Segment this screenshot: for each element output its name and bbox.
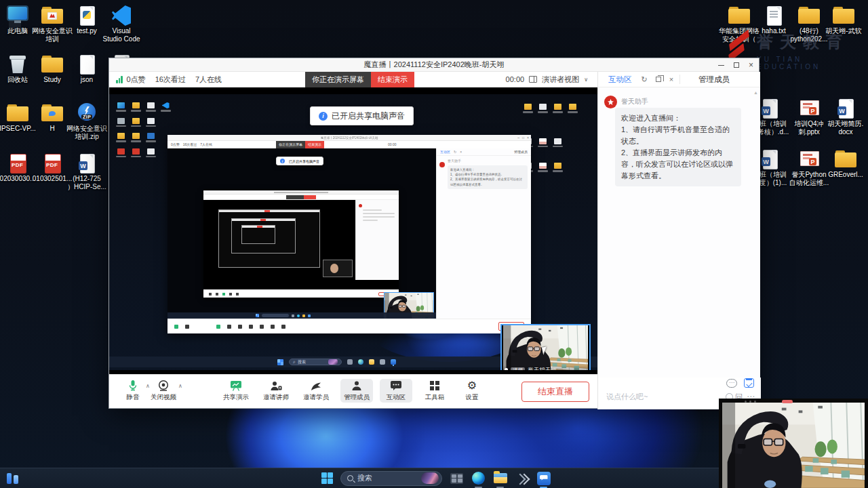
nested-window-level2	[203, 190, 399, 298]
invite-student-button[interactable]: 邀请学员	[300, 380, 332, 402]
presenting-status-chip: 你正在演示屏幕	[305, 72, 371, 87]
chat-bubble-icon[interactable]: ⋯	[726, 379, 737, 388]
desktop-icon-resume-docx[interactable]: W胡天翊简历. docx	[825, 98, 867, 136]
start-button[interactable]	[321, 472, 333, 484]
message-line: 2、直播界面显示讲师发布的内容，听众发言可以在讨论区或以弹幕形式查看。	[621, 147, 735, 182]
role-badge: 讲师	[511, 367, 525, 370]
ppt-badge: P	[809, 107, 816, 115]
members-icon	[351, 380, 363, 392]
taskbar-file-explorer[interactable]	[493, 471, 507, 485]
folder-icon	[5, 103, 30, 123]
ppt-badge: P	[809, 158, 816, 165]
gear-icon: ⚙	[467, 380, 477, 392]
layout-icon	[529, 76, 537, 83]
nested-tab-interact: 互动区	[440, 150, 450, 154]
desktop-icon-gre-folder[interactable]: GREoverl...	[825, 149, 867, 179]
end-present-button[interactable]: 结束演示	[371, 72, 414, 87]
chevron-down-icon[interactable]: ∨	[584, 77, 588, 83]
window-titlebar[interactable]: 魔直播丨20241112安全IP2402晚班-胡天翊 ×	[109, 58, 759, 72]
lecturer-cam-label: 讲师 誉天胡天翊	[502, 365, 589, 370]
python-glyph	[83, 11, 91, 19]
nested-taskbar	[167, 312, 436, 319]
this-pc-icon	[5, 5, 30, 26]
taskbar-app-window[interactable]	[450, 471, 464, 485]
camera-off-button[interactable]: 关闭视频	[147, 380, 180, 402]
scroll-up-icon[interactable]: ▲	[753, 90, 758, 95]
popout-icon[interactable]	[656, 77, 661, 82]
camera-options-caret[interactable]: ∧	[178, 383, 182, 389]
manage-members-button[interactable]: 管理成员	[340, 379, 373, 403]
taskbar-search[interactable]: 搜索	[340, 471, 442, 486]
desktop-icon-label: 回收站	[7, 76, 28, 84]
share-present-button[interactable]: 共享演示	[220, 380, 252, 402]
taskbar-left-app-icon[interactable]	[7, 473, 18, 484]
lecturer-name: 誉天胡天翊	[528, 367, 557, 370]
invite-lecturer-button[interactable]: 邀请讲师	[260, 380, 292, 402]
desktop-icon-wuruan-folder[interactable]: 胡天翊-武软	[823, 5, 865, 35]
settings-button[interactable]: ⚙ 设置	[456, 380, 488, 402]
edge-icon	[472, 472, 485, 485]
folder-icon	[727, 5, 751, 26]
signin-calendar-icon[interactable]	[744, 378, 754, 388]
file-explorer-icon	[494, 473, 507, 483]
search-icon	[347, 475, 353, 481]
minimize-button[interactable]	[718, 65, 724, 66]
nested-online: 7人在线	[200, 142, 212, 146]
camera-icon	[157, 380, 170, 392]
desktop-icon-label: (H12-725 ）HCIP-Se...	[67, 175, 106, 191]
nested-views: 16次看过	[183, 142, 197, 146]
close-panel-icon[interactable]: ×	[669, 75, 673, 83]
watermark-subtitle: YU TIAN EDUCATION	[757, 56, 868, 70]
maximize-button[interactable]	[734, 62, 739, 68]
chat-messages: ▲ 誉天助手 欢迎进入直播间： 1、请自行调节手机音量至合适的状态。 2、直播界…	[598, 87, 760, 378]
folder-icon	[797, 5, 821, 26]
nested-tab-members: 管理成员	[514, 150, 528, 154]
view-mode-select[interactable]: 演讲者视图	[542, 75, 579, 85]
taskbar-live-app[interactable]	[536, 471, 551, 485]
desktop-icon-vscode[interactable]: Visual Studio Code	[100, 5, 142, 43]
assistant-name: 誉天助手	[621, 97, 648, 106]
app-grid-icon	[450, 473, 463, 484]
window-title: 魔直播丨20241112安全IP2402晚班-胡天翊	[109, 60, 759, 70]
chat-input[interactable]	[605, 392, 722, 401]
interact-zone-button[interactable]: 互动区	[380, 379, 412, 403]
lecturer-cam-preview[interactable]: 讲师 誉天胡天翊	[500, 324, 591, 370]
word-file-icon: W	[75, 153, 99, 174]
refresh-icon[interactable]: ↻	[642, 75, 648, 84]
message-line: 1、请自行调节手机音量至合适的状态。	[621, 124, 735, 147]
end-live-button[interactable]: 结束直播	[521, 382, 589, 402]
webcam-window-controls	[719, 399, 868, 405]
desktop-icon-python-ops-ppt[interactable]: P誉天Python 自动化运维...	[788, 149, 830, 187]
tab-manage-members[interactable]: 管理成员	[698, 75, 730, 85]
pdf-file-icon: PDF	[40, 153, 64, 174]
desktop-icon-q4-pptx[interactable]: P培训Q4冲刺.pptx	[788, 98, 830, 136]
desktop-icon-label: json	[81, 76, 93, 84]
stage-shared-screen: i 已开启共享电脑声音 魔直播丨20241112安全IP2402晚班-胡天翊 –…	[109, 87, 597, 375]
nested-timer: 00:00	[388, 142, 397, 146]
invite-student-icon	[310, 380, 322, 392]
webcam-overlay-window[interactable]	[719, 399, 868, 488]
nested-live-window: 魔直播丨20241112安全IP2402晚班-胡天翊 –□× 0点赞 16次看过…	[167, 135, 531, 333]
nested-likes: 0点赞	[171, 142, 180, 146]
folder-icon	[40, 54, 64, 75]
desktop: 此电脑 网络安全意识 培训 test.py Visual Studio Code…	[0, 0, 868, 488]
nested-title: 魔直播丨20241112安全IP2402晚班-胡天翊	[186, 136, 513, 139]
message-line: 欢迎进入直播间：	[621, 113, 735, 124]
tab-interact-zone[interactable]: 互动区	[608, 75, 632, 85]
shared-screen-content: i 已开启共享电脑声音 魔直播丨20241112安全IP2402晚班-胡天翊 –…	[109, 94, 597, 370]
taskbar-edge[interactable]	[471, 471, 486, 485]
taskbar-app-arrows[interactable]	[515, 471, 529, 485]
folder-emblem	[47, 12, 57, 20]
views-count: 16次看过	[155, 75, 186, 85]
mute-button[interactable]: 静音	[117, 380, 149, 402]
desktop-icon-label: 誉天Python 自动化运维...	[789, 171, 829, 187]
desktop-icon-security-zip[interactable]: ZIP网络安全意识 培训.zip	[66, 103, 108, 141]
microphone-icon	[127, 380, 138, 392]
panel-header: 互动区 ↻ × 管理成员	[598, 72, 760, 87]
desktop-icon-label: IPSEC-VP...	[0, 125, 36, 133]
toolbox-button[interactable]: 工具箱	[418, 380, 451, 402]
search-placeholder: 搜索	[357, 473, 372, 483]
desktop-icon-hcip-doc[interactable]: W(H12-725 ）HCIP-Se...	[66, 153, 108, 191]
close-button[interactable]: ×	[749, 61, 753, 69]
mic-icon	[505, 368, 508, 370]
